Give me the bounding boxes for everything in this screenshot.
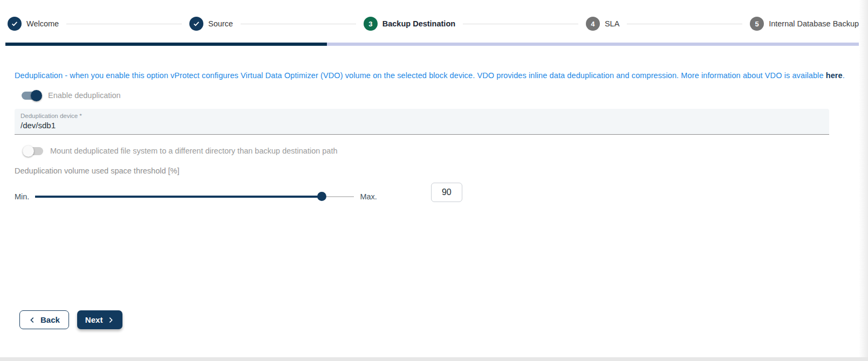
step-source[interactable]: Source [189,17,233,31]
step-label: Internal Database Backup [769,19,859,28]
mount-directory-toggle[interactable] [24,147,43,155]
threshold-slider[interactable] [35,196,354,197]
toggle-thumb [31,90,42,101]
deduplication-description: Deduplication - when you enable this opt… [15,71,868,80]
next-button-label: Next [85,315,103,324]
wizard-stepper: Welcome Source 3 Backup Destination 4 SL… [0,0,859,31]
step-internal-database-backup[interactable]: 5 Internal Database Backup [750,17,859,31]
step-number: 3 [364,17,378,31]
step-welcome[interactable]: Welcome [8,17,59,31]
step-connector [627,24,742,24]
step-label: Backup Destination [382,19,455,28]
step-sla[interactable]: 4 SLA [586,17,619,31]
threshold-label: Deduplication volume used space threshol… [15,166,868,175]
description-text: Deduplication - when you enable this opt… [15,71,826,80]
page-right-edge [859,0,868,357]
page-bottom-edge [0,357,868,361]
step-label: SLA [605,19,619,28]
deduplication-device-label: Deduplication device * [20,113,829,119]
description-suffix: . [843,71,845,80]
threshold-value-input[interactable] [431,183,462,202]
enable-deduplication-toggle[interactable] [22,92,41,100]
wizard-actions: Back Next [19,310,868,329]
check-icon [189,17,203,31]
here-link[interactable]: here [826,71,843,80]
mount-directory-label: Mount deduplicated file system to a diff… [50,147,338,155]
slider-min-label: Min. [15,192,29,201]
step-connector [241,24,356,24]
deduplication-device-input[interactable] [20,121,819,130]
threshold-slider-thumb[interactable] [317,192,326,201]
step-connector [66,24,182,24]
chevron-left-icon [29,316,36,324]
enable-deduplication-row: Enable deduplication [22,91,868,100]
step-backup-destination[interactable]: 3 Backup Destination [364,17,455,31]
step-number: 4 [586,17,600,31]
check-icon [8,17,22,31]
back-button-label: Back [40,315,60,324]
step-label: Welcome [26,19,59,28]
back-button[interactable]: Back [19,310,69,329]
slider-max-label: Max. [360,192,377,201]
enable-deduplication-label: Enable deduplication [48,91,121,100]
step-number: 5 [750,17,764,31]
backup-destination-panel: Deduplication - when you enable this opt… [0,46,868,329]
step-label: Source [208,19,233,28]
mount-directory-row: Mount deduplicated file system to a diff… [24,147,868,155]
deduplication-device-field[interactable]: Deduplication device * [15,109,829,135]
toggle-thumb [23,145,34,157]
next-button[interactable]: Next [77,310,123,329]
threshold-slider-row: Min. Max. [15,187,868,206]
chevron-right-icon [107,316,114,324]
threshold-slider-fill [35,196,322,198]
step-connector [463,24,578,24]
